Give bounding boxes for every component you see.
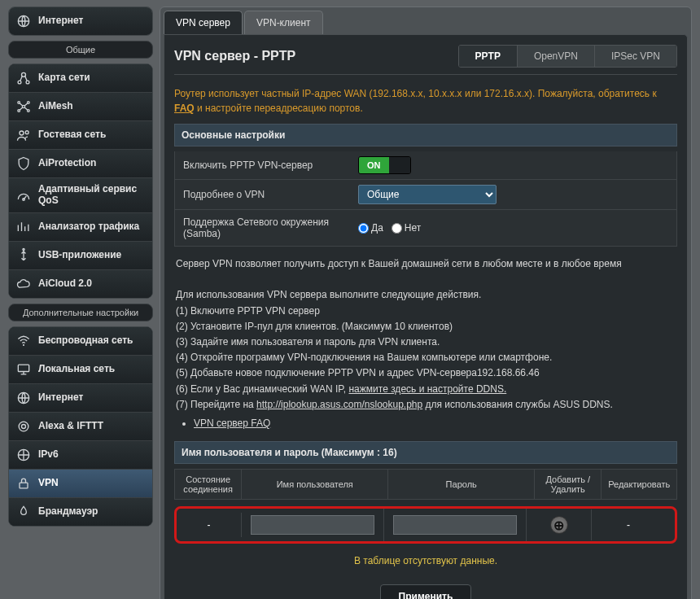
menu-icon [15, 70, 32, 86]
globe-icon [15, 13, 32, 29]
tab-vpn-client[interactable]: VPN-клиент [244, 11, 323, 34]
users-section-header: Имя пользователя и пароль (Максимум : 16… [174, 441, 677, 464]
sidebar-item-alexa-ifttt[interactable]: Alexa & IFTTT [9, 413, 152, 441]
sidebar-item-label: Карта сети [38, 72, 90, 84]
sidebar-item-label: Адаптивный сервис QoS [38, 184, 146, 207]
sidebar-item-label: Интернет [38, 15, 83, 27]
menu-icon [15, 418, 32, 435]
sidebar-item-label: Беспроводная сеть [38, 335, 133, 347]
sidebar-item-aimesh[interactable]: AiMesh [9, 93, 152, 121]
desc-step-4: (4) Откройте программу VPN-подключения н… [176, 350, 676, 365]
desc-step-7: (7) Перейдите на http://iplookup.asus.co… [176, 397, 676, 413]
menu-icon [15, 98, 32, 115]
sidebar-item-гостевая-сеть[interactable]: Гостевая сеть [9, 121, 152, 150]
menu-icon [15, 127, 32, 143]
enable-pptp-label: Включить PPTP VPN-сервер [175, 153, 350, 177]
menu-icon [15, 504, 32, 520]
sidebar-item-aicloud-2-0[interactable]: AiCloud 2.0 [9, 270, 152, 298]
svg-rect-14 [18, 365, 28, 371]
basic-settings-header: Основные настройки [174, 124, 677, 146]
status-cell: - [177, 513, 242, 537]
svg-rect-19 [20, 483, 28, 488]
proto-tab-ipsec[interactable]: IPSec VPN [594, 46, 676, 67]
svg-point-13 [23, 344, 24, 346]
sidebar-item-label: Анализатор трафика [38, 221, 139, 233]
more-about-vpn-select[interactable]: Общие [358, 185, 497, 204]
sidebar-item-анализатор-трафика[interactable]: Анализатор трафика [9, 213, 152, 242]
svg-point-16 [19, 422, 28, 431]
sidebar-item-label: USB-приложение [38, 250, 121, 261]
svg-point-3 [26, 81, 29, 84]
sidebar-item-vpn[interactable]: VPN [9, 470, 152, 498]
highlighted-add-row: - ⊕ - [174, 506, 677, 544]
samba-yes[interactable]: Да [358, 222, 383, 234]
sidebar-item-локальная-сеть[interactable]: Локальная сеть [9, 356, 152, 384]
sidebar-item-label: Интернет [38, 392, 83, 404]
iplookup-link[interactable]: http://iplookup.asus.com/nslookup.php [256, 399, 422, 410]
users-table: Состояние соединения Имя пользователя Па… [174, 469, 677, 500]
apply-button[interactable]: Применить [380, 584, 472, 599]
menu-icon [15, 447, 32, 463]
faq-link[interactable]: FAQ [174, 103, 195, 114]
sidebar-item-internet-top[interactable]: Интернет [9, 7, 152, 35]
add-user-button[interactable]: ⊕ [550, 516, 568, 534]
th-edit: Редактировать [602, 470, 677, 500]
menu-icon [15, 333, 32, 349]
tabs: VPN сервер VPN-клиент [164, 11, 688, 34]
th-user: Имя пользователя [242, 470, 388, 500]
menu-icon [15, 276, 32, 292]
sidebar-item-label: Брандмауэр [38, 506, 98, 518]
proto-tab-openvpn[interactable]: OpenVPN [517, 46, 594, 67]
sidebar-item-label: IPv6 [38, 449, 59, 461]
desc-step-5: (5) Добавьте новое подключение PPTP VPN … [176, 365, 676, 381]
sidebar-item-label: AiCloud 2.0 [38, 278, 92, 290]
menu-icon [15, 219, 32, 235]
samba-no-radio[interactable] [392, 223, 402, 234]
samba-label: Поддержка Сетевого окружения (Samba) [175, 210, 350, 246]
edit-cell: - [592, 513, 665, 537]
sidebar-item-label: AiProtection [38, 158, 96, 169]
more-about-vpn-label: Подробнее о VPN [175, 182, 350, 207]
desc-step-3: (3) Задайте имя пользователя и пароль дл… [176, 334, 676, 350]
enable-pptp-toggle[interactable]: ON [358, 156, 411, 174]
th-add: Добавить / Удалить [535, 470, 602, 500]
plus-icon: ⊕ [553, 518, 564, 533]
svg-point-10 [25, 131, 28, 134]
page-title: VPN сервер - PPTP [174, 49, 295, 63]
password-input[interactable] [393, 515, 517, 535]
protocol-tabs: PPTP OpenVPN IPSec VPN [458, 45, 677, 68]
sidebar: Интернет Общие Карта сетиAiMeshГостевая … [8, 7, 153, 599]
proto-tab-pptp[interactable]: PPTP [459, 46, 517, 67]
desc-step-2: (2) Установите IP-пул для клиентов. (Мак… [176, 319, 676, 334]
sidebar-item-брандмауэр[interactable]: Брандмауэр [9, 498, 152, 526]
menu-icon [15, 187, 32, 203]
samba-yes-radio[interactable] [358, 223, 369, 234]
sidebar-item-label: VPN [38, 478, 59, 489]
wan-warning: Роутер использует частный IP-адрес WAN (… [174, 83, 677, 119]
menu-icon [15, 390, 32, 406]
sidebar-item-usb-приложение[interactable]: USB-приложение [9, 242, 152, 270]
warn-text: Роутер использует частный IP-адрес WAN (… [174, 88, 657, 99]
sidebar-item-беспроводная-сеть[interactable]: Беспроводная сеть [9, 327, 152, 356]
sidebar-advanced-title: Дополнительные настройки [8, 304, 153, 321]
svg-point-2 [18, 81, 21, 84]
desc-steps-title: Для использования VPN сервера выполните … [176, 287, 676, 303]
username-input[interactable] [251, 515, 374, 535]
sidebar-item-label: Alexa & IFTTT [38, 421, 103, 432]
samba-no[interactable]: Нет [392, 222, 421, 234]
ddns-link[interactable]: нажмите здесь и настройте DDNS. [348, 383, 506, 395]
th-pass: Пароль [388, 470, 535, 500]
menu-icon [15, 475, 32, 492]
sidebar-item-label: Локальная сеть [38, 364, 115, 375]
sidebar-item-label: AiMesh [38, 101, 73, 112]
sidebar-item-адаптивный-сервис-qos[interactable]: Адаптивный сервис QoS [9, 178, 152, 213]
desc-intro: Сервер VPN позволяет получить доступ к В… [176, 256, 676, 272]
main-panel: VPN сервер VPN-клиент VPN сервер - PPTP … [160, 7, 692, 599]
sidebar-item-интернет[interactable]: Интернет [9, 384, 152, 413]
vpn-server-faq-link[interactable]: VPN сервер FAQ [194, 418, 270, 429]
sidebar-item-ipv6[interactable]: IPv6 [9, 441, 152, 470]
desc-step-1: (1) Включите PPTP VPN сервер [176, 304, 676, 319]
sidebar-item-карта-сети[interactable]: Карта сети [9, 64, 152, 93]
tab-vpn-server[interactable]: VPN сервер [164, 11, 243, 34]
sidebar-item-aiprotection[interactable]: AiProtection [9, 150, 152, 178]
